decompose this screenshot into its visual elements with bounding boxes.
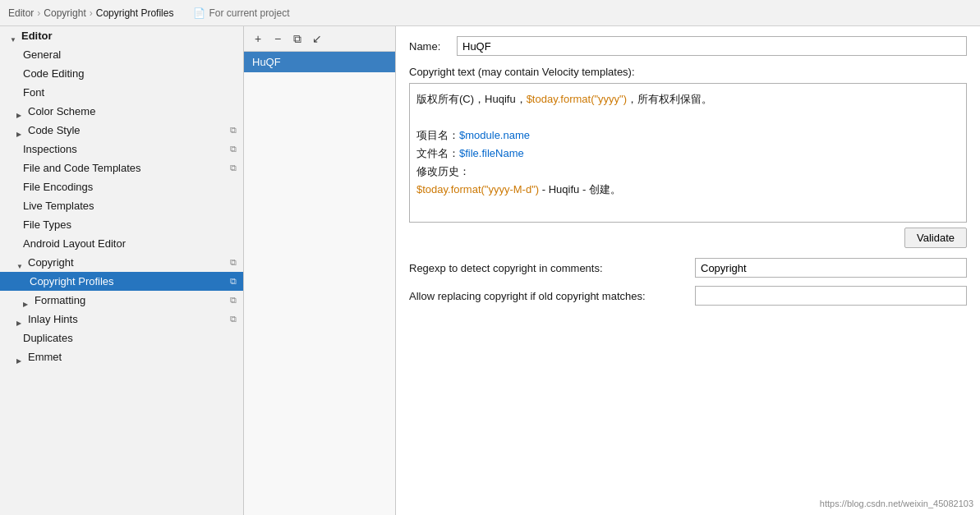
color-scheme-triangle-icon (16, 108, 25, 116)
copyright-text-label: Copyright text (may contain Velocity tem… (409, 66, 967, 78)
sidebar-item-emmet[interactable]: Emmet (0, 347, 243, 366)
sidebar-item-formatting[interactable]: Formatting ⧉ (0, 291, 243, 310)
emmet-triangle-icon (16, 353, 25, 361)
file-code-templates-label: File and Code Templates (23, 162, 141, 174)
sidebar-item-inlay-hints[interactable]: Inlay Hints ⧉ (0, 310, 243, 329)
sidebar-item-file-encodings[interactable]: File Encodings (0, 177, 243, 196)
copyright-line-date: $today.format("yyyy-M-d") - Huqifu - 创建。 (416, 181, 959, 199)
editor-triangle-icon (10, 32, 18, 40)
name-field-row: Name: (409, 36, 967, 56)
profile-list: + − ⧉ ↙ HuQF (244, 26, 396, 515)
allow-row: Allow replacing copyright if old copyrig… (409, 286, 967, 306)
sidebar-item-live-templates[interactable]: Live Templates (0, 196, 243, 215)
sidebar-item-file-types[interactable]: File Types (0, 215, 243, 234)
sidebar: Editor General Code Editing Font Color S… (0, 26, 244, 515)
watermark: https://blog.csdn.net/weixin_45082103 (820, 499, 973, 508)
detail-panel: Name: Copyright text (may contain Veloci… (396, 26, 980, 515)
sidebar-item-copyright[interactable]: Copyright ⧉ (0, 253, 243, 272)
name-label: Name: (409, 40, 450, 53)
profile-huqf[interactable]: HuQF (244, 52, 395, 72)
separator-1: › (37, 7, 40, 19)
add-profile-button[interactable]: + (249, 30, 267, 48)
copyright-line-1: 版权所有(C)，Huqifu，$today.format("yyyy")，所有权… (416, 90, 959, 108)
copyright-copy-icon: ⧉ (230, 257, 237, 268)
import-profile-button[interactable]: ↙ (308, 30, 326, 48)
color-scheme-label: Color Scheme (28, 105, 95, 117)
file-encodings-label: File Encodings (23, 181, 93, 193)
allow-label: Allow replacing copyright if old copyrig… (409, 290, 688, 302)
regexp-label: Regexp to detect copyright in comments: (409, 262, 688, 274)
file-code-templates-copy-icon: ⧉ (230, 163, 237, 173)
copy-profile-button[interactable]: ⧉ (288, 30, 306, 48)
formatting-triangle-icon (23, 297, 31, 305)
right-panel: + − ⧉ ↙ HuQF Name: Copyright text (may c… (244, 26, 980, 515)
main-layout: Editor General Code Editing Font Color S… (0, 26, 980, 515)
code-style-copy-icon: ⧉ (230, 125, 237, 136)
android-layout-editor-label: Android Layout Editor (23, 237, 126, 250)
copyright-line-module: 项目名：$module.name (416, 126, 959, 145)
inlay-hints-copy-icon: ⧉ (230, 314, 237, 324)
emmet-label: Emmet (28, 351, 62, 363)
copyright-line-empty (416, 108, 959, 126)
sidebar-item-font[interactable]: Font (0, 83, 243, 102)
file-types-label: File Types (23, 218, 71, 231)
sidebar-item-color-scheme[interactable]: Color Scheme (0, 102, 243, 121)
formatting-copy-icon: ⧉ (230, 295, 237, 306)
regexp-row: Regexp to detect copyright in comments: (409, 258, 967, 278)
copyright-line-history: 修改历史： (416, 163, 959, 181)
sidebar-item-copyright-profiles[interactable]: Copyright Profiles ⧉ (0, 272, 243, 291)
sidebar-section-editor[interactable]: Editor (0, 26, 243, 45)
inlay-hints-triangle-icon (16, 315, 25, 324)
copyright-label: Copyright (28, 256, 74, 269)
regexp-input[interactable] (695, 258, 967, 278)
allow-input[interactable] (695, 286, 967, 306)
name-input[interactable] (457, 36, 967, 56)
sidebar-item-android-layout-editor[interactable]: Android Layout Editor (0, 234, 243, 253)
copyright-profiles-copy-icon: ⧉ (230, 276, 237, 287)
live-templates-label: Live Templates (23, 200, 94, 212)
breadcrumb-editor[interactable]: Editor (8, 7, 34, 19)
code-style-triangle-icon (16, 126, 25, 135)
for-current-project: 📄 For current project (193, 7, 289, 19)
copyright-line-file: 文件名：$file.fileName (416, 145, 959, 163)
separator-2: › (90, 7, 93, 19)
validate-button[interactable]: Validate (904, 228, 967, 248)
general-label: General (23, 48, 61, 61)
sidebar-item-file-code-templates[interactable]: File and Code Templates ⧉ (0, 159, 243, 177)
font-label: Font (23, 86, 44, 99)
code-editing-label: Code Editing (23, 67, 84, 80)
profile-list-toolbar: + − ⧉ ↙ (244, 26, 395, 52)
breadcrumb-copyright-profiles: Copyright Profiles (96, 7, 174, 19)
breadcrumb-copyright[interactable]: Copyright (44, 7, 85, 19)
sidebar-item-duplicates[interactable]: Duplicates (0, 329, 243, 347)
sidebar-item-code-editing[interactable]: Code Editing (0, 64, 243, 83)
breadcrumb-bar: Editor › Copyright › Copyright Profiles … (0, 0, 980, 26)
inspections-label: Inspections (23, 143, 77, 155)
project-icon: 📄 (193, 7, 205, 19)
sidebar-item-general[interactable]: General (0, 45, 243, 64)
duplicates-label: Duplicates (23, 332, 73, 344)
formatting-label: Formatting (35, 294, 85, 306)
sidebar-item-inspections[interactable]: Inspections ⧉ (0, 140, 243, 159)
code-style-label: Code Style (28, 124, 81, 136)
inlay-hints-label: Inlay Hints (28, 313, 78, 325)
remove-profile-button[interactable]: − (269, 30, 287, 48)
copyright-text-area[interactable]: 版权所有(C)，Huqifu，$today.format("yyyy")，所有权… (409, 83, 967, 223)
inspections-copy-icon: ⧉ (230, 144, 237, 154)
copyright-profiles-label: Copyright Profiles (30, 275, 114, 287)
copyright-triangle-icon (16, 259, 25, 267)
sidebar-item-code-style[interactable]: Code Style ⧉ (0, 121, 243, 140)
validate-row: Validate (409, 228, 967, 248)
